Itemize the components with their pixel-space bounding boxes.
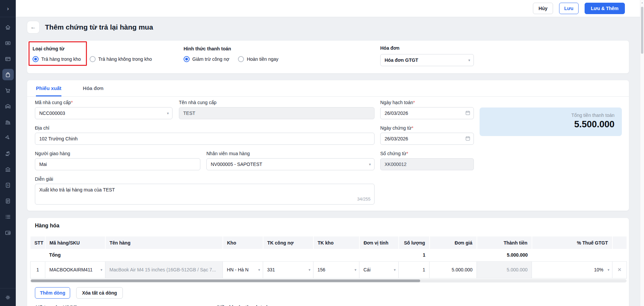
doc-type-label: Loại chứng từ: [33, 46, 152, 51]
vertical-scrollbar[interactable]: ▲: [640, 0, 644, 306]
item-quantity-input[interactable]: 1: [399, 261, 430, 278]
sidebar-item-wallet[interactable]: [2, 227, 14, 238]
char-counter: 34/255: [357, 196, 370, 202]
home-icon: [5, 24, 11, 31]
column-name: Tên hàng: [105, 236, 223, 249]
sidebar-expand-icon[interactable]: ›: [7, 6, 9, 11]
total-empty-cell: [612, 249, 627, 261]
item-warehouse-select[interactable]: HN - Hà N▾: [223, 261, 263, 278]
item-stock-account-select[interactable]: 156▾: [313, 261, 359, 278]
item-row: 1 MACBOOKAIRM411▾ MacBook Air M4 15 inch…: [31, 261, 627, 278]
supplier-code-field: Mã nhà cung cấp* NCC000003 ▾: [35, 100, 172, 119]
horizontal-scrollbar[interactable]: [30, 279, 627, 282]
document-date-input[interactable]: [380, 133, 474, 145]
description-textarea[interactable]: Xuất kho trả lại hàng mua của TEST: [35, 184, 375, 205]
total-empty-cell: [313, 249, 359, 261]
item-warehouse-value: HN - Hà N: [227, 267, 249, 272]
sidebar-item-settings[interactable]: [2, 292, 14, 303]
sidebar-item-documents[interactable]: [2, 195, 14, 207]
address-label: Địa chỉ: [35, 125, 375, 131]
sidebar-item-funds[interactable]: [2, 148, 14, 159]
chevron-down-icon: ▾: [258, 268, 260, 272]
sidebar-item-pos[interactable]: [2, 37, 14, 49]
posting-date-input[interactable]: [380, 107, 474, 119]
radio-return-in-stock[interactable]: Trả hàng trong kho: [33, 56, 81, 62]
column-vat: % Thuế GTGT: [532, 236, 612, 249]
save-button[interactable]: Lưu: [559, 3, 578, 14]
sidebar-item-purchases[interactable]: [2, 69, 14, 80]
chevron-down-icon: ▾: [167, 111, 169, 116]
radio-refund-now[interactable]: Hoàn tiền ngay: [238, 56, 278, 62]
tab-hoa-don[interactable]: Hóa đơn: [83, 80, 104, 96]
column-sku: Mã hàng/SKU: [45, 236, 105, 249]
calendar-icon[interactable]: [465, 110, 470, 117]
sidebar-item-warehouse[interactable]: [2, 100, 14, 112]
sidebar-item-bank[interactable]: [2, 164, 14, 175]
purchase-staff-label: Nhân viên mua hàng: [206, 151, 375, 156]
add-row-button[interactable]: Thêm dòng: [35, 287, 70, 299]
total-empty-cell: [263, 249, 313, 261]
item-debt-account-select[interactable]: 331▾: [263, 261, 313, 278]
radio-debt-deduction[interactable]: Giảm trừ công nợ: [184, 56, 229, 62]
hand-coins-icon: [5, 150, 11, 157]
total-empty-cell: [359, 249, 399, 261]
sidebar-item-payments[interactable]: [2, 53, 14, 64]
chevron-down-icon: ▾: [100, 268, 102, 272]
column-unit: Đơn vị tính: [359, 236, 399, 249]
item-unit-select[interactable]: Cái▾: [359, 261, 399, 278]
total-quantity: 1: [399, 249, 430, 261]
footer-label-right: Điều khoản thanh toán: [217, 304, 271, 306]
horizontal-scrollbar-thumb[interactable]: [31, 279, 420, 282]
items-header-row: STT Mã hàng/SKU Tên hàng Kho TK công nợ …: [31, 236, 627, 249]
document-date-field: Ngày chứng từ*: [380, 125, 474, 145]
purchase-staff-select[interactable]: NV000005 - SAPOTEST ▾: [206, 158, 375, 170]
supplier-code-select[interactable]: NCC000003 ▾: [35, 107, 172, 119]
invoice-group: Hóa đơn Hóa đơn GTGT ▾: [380, 45, 474, 66]
item-sku-select[interactable]: MACBOOKAIRM411▾: [45, 261, 105, 278]
total-payment-box: Tổng tiền thanh toán 5.500.000: [480, 107, 622, 136]
column-debt-account: TK công nợ: [263, 236, 313, 249]
address-input[interactable]: [35, 133, 375, 145]
column-actions: [612, 236, 627, 249]
total-empty-cell: [430, 249, 477, 261]
item-price-input[interactable]: 5.000.000: [430, 261, 477, 278]
sidebar-item-company[interactable]: [2, 116, 14, 128]
tab-phieu-xuat[interactable]: Phiếu xuất: [36, 80, 61, 96]
items-panel: Hàng hóa STT Mã hàng/SKU Tên hàng Kho TK…: [27, 218, 629, 306]
item-sku-value: MACBOOKAIRM411: [49, 267, 93, 272]
item-unit-value: Cái: [363, 267, 370, 272]
vertical-scrollbar-thumb[interactable]: [641, 7, 643, 54]
address-field: Địa chỉ: [35, 125, 375, 145]
payment-method-group: Hình thức thanh toán Giảm trừ công nợ Ho…: [184, 46, 279, 62]
scroll-up-icon[interactable]: ▲: [640, 0, 644, 4]
radio-return-not-in-stock[interactable]: Trả hàng không trong kho: [90, 56, 152, 62]
item-vat-select[interactable]: 10%▾: [532, 261, 612, 278]
purchase-staff-field: Nhân viên mua hàng NV000005 - SAPOTEST ▾: [206, 151, 375, 170]
sidebar-item-orders[interactable]: [2, 85, 14, 96]
column-amount: Thành tiền: [477, 236, 532, 249]
calendar-icon[interactable]: [465, 136, 470, 142]
sidebar-item-home[interactable]: [2, 21, 14, 33]
save-and-add-button[interactable]: Lưu & Thêm: [585, 3, 625, 14]
sidebar-item-reports[interactable]: [2, 211, 14, 222]
cancel-button[interactable]: Hủy: [533, 3, 553, 14]
item-amount-cell: 5.000.000: [477, 261, 532, 278]
invoice-type-select[interactable]: Hóa đơn GTGT ▾: [380, 54, 474, 66]
chevron-down-icon: ▾: [354, 268, 356, 272]
sidebar: › $: [0, 0, 16, 306]
chevron-down-icon: ▾: [468, 58, 470, 62]
required-mark: *: [71, 100, 72, 105]
sidebar-item-invoices[interactable]: $: [2, 179, 14, 191]
deliverer-input[interactable]: [35, 158, 200, 170]
radio-selected-icon: [33, 56, 39, 62]
items-total-row: Tổng 1 5.000.000: [31, 249, 627, 261]
item-remove-button[interactable]: ✕: [612, 261, 627, 278]
item-stt: 1: [31, 261, 45, 278]
delete-all-rows-button[interactable]: Xóa tất cả dòng: [76, 287, 122, 299]
back-button[interactable]: ←: [27, 21, 40, 34]
total-amount: 5.000.000: [477, 249, 532, 261]
sidebar-item-filter[interactable]: [2, 132, 14, 143]
app-window: › $ Hủy Lưu Lưu & Thêm ▲: [0, 0, 644, 306]
column-stock-account: TK kho: [313, 236, 359, 249]
radio-label: Giảm trừ công nợ: [192, 56, 229, 62]
